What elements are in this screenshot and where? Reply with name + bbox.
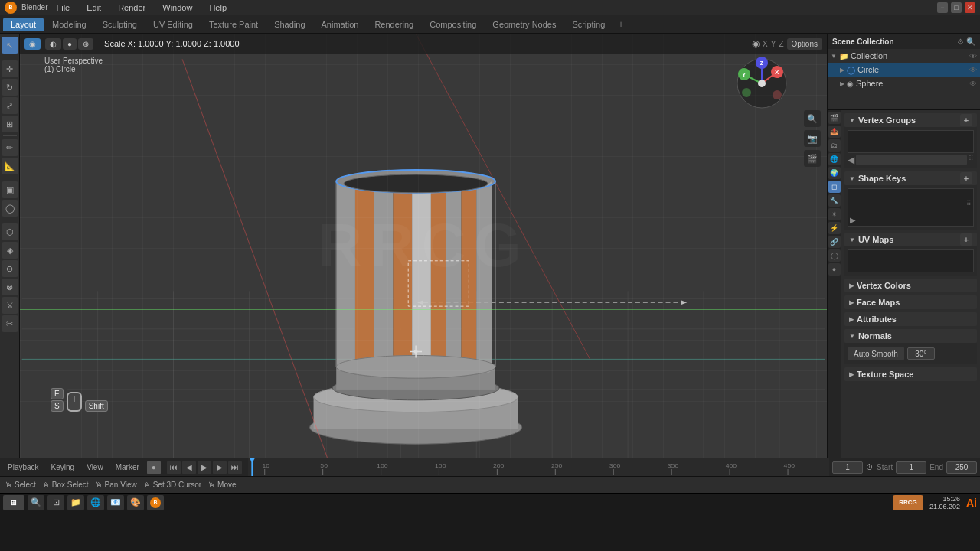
jump-start-button[interactable]: ⏮ <box>167 461 181 474</box>
transform-tool[interactable]: ⊞ <box>2 116 18 132</box>
outliner-filter-icon[interactable]: ⚙ <box>957 37 964 46</box>
sphere-visibility[interactable]: 👁 <box>969 80 977 88</box>
tab-compositing[interactable]: Compositing <box>422 18 484 31</box>
modifier-tab[interactable]: 🔧 <box>828 194 841 207</box>
start-button[interactable]: ⊞ <box>3 495 24 510</box>
maximize-button[interactable]: □ <box>951 2 962 13</box>
tab-uv-editing[interactable]: UV Editing <box>145 18 201 31</box>
constraints-tab[interactable]: 🔗 <box>828 236 841 248</box>
paint-button[interactable]: 🎨 <box>127 495 144 510</box>
add-cube-tool[interactable]: ▣ <box>2 181 18 198</box>
tab-texture-paint[interactable]: Texture Paint <box>201 18 266 31</box>
navigation-gizmo[interactable]: X Y Z <box>735 57 789 110</box>
next-frame-button[interactable]: ▶ <box>213 461 227 474</box>
uv-add-button[interactable]: + <box>960 233 972 246</box>
tab-geometry-nodes[interactable]: Geometry Nodes <box>485 18 564 31</box>
attributes-header[interactable]: ▶ Attributes <box>844 312 977 326</box>
camera-view-button[interactable]: 📷 <box>804 130 821 147</box>
start-frame-input[interactable] <box>896 461 926 474</box>
close-button[interactable]: ✕ <box>965 2 975 13</box>
face-maps-header[interactable]: ▶ Face Maps <box>844 295 977 309</box>
object-data-tab[interactable]: ◯ <box>828 249 841 262</box>
viewport-shading-solid[interactable]: ◐ <box>45 38 61 50</box>
mail-button[interactable]: 📧 <box>107 495 124 510</box>
view-mode-button[interactable]: ◉ <box>24 38 41 50</box>
select-tool[interactable]: ↖ <box>2 37 18 54</box>
bevel-tool[interactable]: ⊙ <box>2 260 18 277</box>
visibility-icon[interactable]: 👁 <box>969 52 977 60</box>
vertex-groups-header[interactable]: ▼ Vertex Groups + <box>844 113 977 127</box>
annotate-tool[interactable]: ✏ <box>2 139 18 156</box>
uv-maps-header[interactable]: ▼ UV Maps + <box>844 233 977 246</box>
axis-y-label[interactable]: Y <box>771 40 776 48</box>
tab-shading[interactable]: Shading <box>266 18 312 31</box>
axis-x-label[interactable]: X <box>763 40 768 48</box>
record-button[interactable]: ● <box>147 461 161 474</box>
move-tool[interactable]: ✛ <box>2 60 18 77</box>
search-button[interactable]: 🔍 <box>28 495 44 510</box>
sk-add-button[interactable]: + <box>960 172 972 184</box>
particles-tab[interactable]: ✴ <box>828 208 841 220</box>
menu-window[interactable]: Window <box>157 2 198 14</box>
loop-cut-tool[interactable]: ⊗ <box>2 279 18 295</box>
options-button[interactable]: Options <box>787 38 822 50</box>
add-workspace-button[interactable]: + <box>613 17 629 31</box>
current-frame-input[interactable]: 1 <box>832 461 863 474</box>
physics-tab[interactable]: ⚡ <box>828 222 841 234</box>
scale-tool[interactable]: ⤢ <box>2 97 18 114</box>
shape-keys-header[interactable]: ▼ Shape Keys + <box>844 171 977 185</box>
normals-header[interactable]: ▼ Normals <box>844 329 977 343</box>
rotate-tool[interactable]: ↻ <box>2 79 18 96</box>
outliner-circle-row[interactable]: ▶ ◯ Circle 👁 <box>828 63 980 77</box>
object-tab[interactable]: ◻ <box>828 181 841 193</box>
outliner-search-icon[interactable]: 🔍 <box>966 37 975 46</box>
vg-prev-button[interactable]: ◀ <box>848 155 854 165</box>
measure-tool[interactable]: 📐 <box>2 158 18 174</box>
vg-add-button[interactable]: + <box>960 114 972 126</box>
menu-help[interactable]: Help <box>204 2 232 14</box>
marker-button[interactable]: Marker <box>111 462 144 472</box>
axis-z-label[interactable]: Z <box>779 40 783 48</box>
render-properties-tab[interactable]: 🎬 <box>828 112 841 124</box>
collection-row[interactable]: ▼ 📁 Collection 👁 <box>828 49 980 63</box>
inset-tool[interactable]: ◈ <box>2 242 18 259</box>
tab-layout[interactable]: Layout <box>3 18 44 31</box>
add-circle-tool[interactable]: ◯ <box>2 200 18 217</box>
viewport-3d[interactable]: RRCG ◉ ◐ ● ⊕ Scale X: 1.0000 Y: 1.0000 Z… <box>20 34 827 458</box>
play-button[interactable]: ▶ <box>198 461 211 474</box>
viewport-shading-rendered[interactable]: ⊕ <box>78 38 93 50</box>
extrude-tool[interactable]: ⬡ <box>2 223 18 240</box>
tab-rendering[interactable]: Rendering <box>367 18 421 31</box>
view-layer-tab[interactable]: 🗂 <box>828 139 841 152</box>
texture-space-header[interactable]: ▶ Texture Space <box>844 367 977 381</box>
render-button[interactable]: 🎬 <box>804 150 821 167</box>
zoom-in-button[interactable]: 🔍 <box>804 110 821 127</box>
tab-scripting[interactable]: Scripting <box>564 18 612 31</box>
timeline-ruler[interactable]: 10 50 100 150 200 250 300 350 400 450 <box>248 458 829 476</box>
menu-render[interactable]: Render <box>113 2 151 14</box>
playback-button[interactable]: Playback <box>3 462 44 472</box>
menu-file[interactable]: File <box>51 2 75 14</box>
outliner-sphere-row[interactable]: ▶ ◉ Sphere 👁 <box>828 77 980 90</box>
tab-sculpting[interactable]: Sculpting <box>95 18 145 31</box>
knife-tool[interactable]: ⚔ <box>2 297 18 314</box>
jump-end-button[interactable]: ⏭ <box>228 461 242 474</box>
output-tab[interactable]: 📤 <box>828 126 841 138</box>
material-tab[interactable]: ● <box>828 263 841 276</box>
browser-button[interactable]: 🌐 <box>87 495 104 510</box>
minimize-button[interactable]: − <box>937 2 948 13</box>
keying-button[interactable]: Keying <box>47 462 80 472</box>
prev-frame-button[interactable]: ◀ <box>182 461 196 474</box>
viewport-shading-material[interactable]: ● <box>63 38 77 50</box>
world-tab[interactable]: 🌍 <box>828 167 841 179</box>
bisect-tool[interactable]: ✂ <box>2 315 18 332</box>
end-frame-input[interactable] <box>946 461 977 474</box>
tab-modeling[interactable]: Modeling <box>44 18 94 31</box>
circle-visibility[interactable]: 👁 <box>969 66 977 74</box>
task-view-button[interactable]: ⊡ <box>47 495 64 510</box>
vertex-colors-header[interactable]: ▶ Vertex Colors <box>844 279 977 292</box>
auto-smooth-toggle[interactable]: Auto Smooth <box>848 347 904 360</box>
scene-tab[interactable]: 🌐 <box>828 153 841 165</box>
explorer-button[interactable]: 📁 <box>67 495 84 510</box>
blender-taskbar-button[interactable]: B <box>147 495 164 510</box>
